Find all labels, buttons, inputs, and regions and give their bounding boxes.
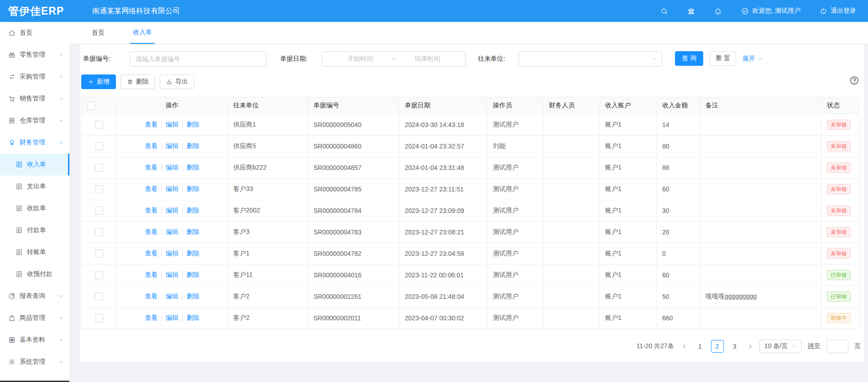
bell-icon[interactable] — [714, 7, 722, 15]
next-page-icon[interactable] — [747, 343, 753, 350]
tab[interactable]: 首页 — [89, 22, 107, 44]
view-link[interactable]: 查看 — [145, 292, 157, 300]
cell-finance — [544, 308, 600, 329]
search-icon[interactable] — [660, 7, 668, 15]
sidebar-item[interactable]: 仓库管理 — [0, 110, 69, 132]
bill-no-input[interactable] — [130, 55, 266, 63]
edit-link[interactable]: 编辑 — [166, 271, 178, 278]
cell-amount: 80 — [657, 136, 700, 157]
row-checkbox[interactable] — [95, 142, 103, 150]
row-checkbox[interactable] — [95, 164, 103, 172]
delete-link[interactable]: 删除 — [187, 249, 199, 257]
delete-link[interactable]: 删除 — [187, 228, 199, 235]
row-checkbox[interactable] — [95, 207, 103, 215]
delete-link[interactable]: 删除 — [187, 271, 199, 278]
delete-link[interactable]: 删除 — [187, 314, 199, 321]
sidebar-item[interactable]: 转账单 — [0, 241, 69, 263]
logout-button[interactable]: 退出登录 — [820, 7, 856, 15]
view-link[interactable]: 查看 — [145, 249, 157, 257]
income-bill-table: 操作 往来单位 单据编号 单据日期 操作员 财务人员 收入账户 收入金额 备注 … — [81, 97, 859, 329]
status-badge: 未审核 — [827, 120, 851, 130]
sidebar-item-label: 收预付款 — [27, 270, 52, 278]
page-number[interactable]: 1 — [694, 340, 706, 353]
tab[interactable]: 收入单 — [130, 22, 155, 44]
row-checkbox[interactable] — [95, 314, 103, 322]
sidebar-item[interactable]: 采购管理 — [0, 66, 69, 88]
delete-button[interactable]: 删除 — [120, 74, 155, 89]
jump-page-input[interactable] — [826, 340, 848, 353]
select-all-checkbox[interactable] — [87, 101, 95, 110]
row-checkbox[interactable] — [95, 271, 103, 279]
expand-filters-link[interactable]: 展开 — [743, 50, 763, 68]
view-link[interactable]: 查看 — [145, 164, 157, 171]
partner-select[interactable] — [518, 51, 662, 67]
row-checkbox[interactable] — [95, 228, 103, 236]
sidebar-item-icon — [16, 205, 23, 212]
page-size-select[interactable]: 10 条/页 — [759, 340, 802, 353]
sidebar-item[interactable]: 零售管理 — [0, 44, 69, 66]
edit-link[interactable]: 编辑 — [166, 142, 178, 149]
delete-link[interactable]: 删除 — [187, 207, 199, 214]
view-link[interactable]: 查看 — [145, 142, 157, 149]
row-checkbox[interactable] — [95, 292, 103, 301]
sidebar-item[interactable]: 系统管理 — [0, 351, 69, 373]
edit-link[interactable]: 编辑 — [166, 249, 178, 257]
cell-partner: 客户1 — [228, 243, 308, 265]
edit-link[interactable]: 编辑 — [166, 164, 178, 171]
add-button[interactable]: 新增 — [81, 74, 116, 89]
link-divider: | — [161, 207, 162, 214]
sidebar-item[interactable]: 商品管理 — [0, 307, 69, 329]
view-link[interactable]: 查看 — [145, 121, 157, 128]
row-checkbox[interactable] — [95, 185, 103, 193]
edit-link[interactable]: 编辑 — [166, 314, 178, 321]
page-number[interactable]: 3 — [728, 340, 741, 353]
help-icon[interactable] — [849, 75, 859, 85]
link-divider: | — [161, 164, 162, 171]
view-link[interactable]: 查看 — [145, 207, 157, 214]
prev-page-icon[interactable] — [681, 343, 688, 350]
table-row: 查看|编辑|删除 供应商b222 SR00000004857 2024-01-0… — [82, 157, 859, 179]
bank-icon[interactable] — [687, 7, 695, 15]
edit-link[interactable]: 编辑 — [166, 121, 178, 128]
sidebar-item[interactable]: 付款单 — [0, 219, 69, 241]
edit-link[interactable]: 编辑 — [166, 185, 178, 192]
sidebar-item[interactable]: 支出单 — [0, 175, 69, 197]
search-button-label: 查 询 — [682, 54, 696, 63]
link-divider: | — [182, 314, 183, 321]
edit-link[interactable]: 编辑 — [166, 207, 178, 214]
export-button[interactable]: 导出 — [160, 74, 194, 89]
search-button[interactable]: 查 询 — [675, 51, 703, 66]
view-link[interactable]: 查看 — [145, 314, 157, 321]
edit-link[interactable]: 编辑 — [166, 228, 178, 235]
sidebar-item-label: 支出单 — [27, 182, 46, 191]
edit-link[interactable]: 编辑 — [166, 292, 178, 300]
table-row: 查看|编辑|删除 客户3 SR00000004783 2023-12-27 23… — [82, 222, 859, 243]
link-divider: | — [161, 121, 162, 128]
delete-link[interactable]: 删除 — [187, 292, 199, 300]
sidebar-item[interactable]: 销售管理 — [0, 88, 69, 110]
sidebar-item[interactable]: 财务管理 — [0, 132, 69, 154]
view-link[interactable]: 查看 — [145, 271, 157, 278]
sidebar-item[interactable]: 基本资料 — [0, 329, 69, 351]
link-divider: | — [182, 121, 183, 128]
date-range-picker[interactable]: 开始时间 ~ 结束时间 — [322, 51, 466, 67]
sidebar-item[interactable]: 收款单 — [0, 197, 69, 219]
reset-button[interactable]: 重 置 — [710, 51, 736, 66]
view-link[interactable]: 查看 — [145, 185, 157, 192]
delete-link[interactable]: 删除 — [187, 142, 199, 149]
row-checkbox[interactable] — [95, 249, 103, 258]
sidebar-item[interactable]: 收预付款 — [0, 263, 69, 285]
sidebar-item[interactable]: 收入单 — [0, 154, 69, 175]
page-number[interactable]: 2 — [711, 340, 724, 353]
delete-link[interactable]: 删除 — [187, 185, 199, 192]
sidebar-item[interactable]: 首页 — [0, 22, 69, 44]
download-icon — [166, 79, 173, 85]
sidebar-item[interactable]: 报表查询 — [0, 285, 69, 307]
tab-label: 首页 — [92, 29, 105, 37]
delete-link[interactable]: 删除 — [187, 164, 199, 171]
view-link[interactable]: 查看 — [145, 228, 157, 235]
sidebar-item-label: 采购管理 — [20, 73, 45, 81]
row-checkbox[interactable] — [95, 121, 103, 129]
delete-link[interactable]: 删除 — [187, 121, 199, 128]
welcome-user[interactable]: 欢迎您, 测试用户 — [741, 7, 800, 15]
